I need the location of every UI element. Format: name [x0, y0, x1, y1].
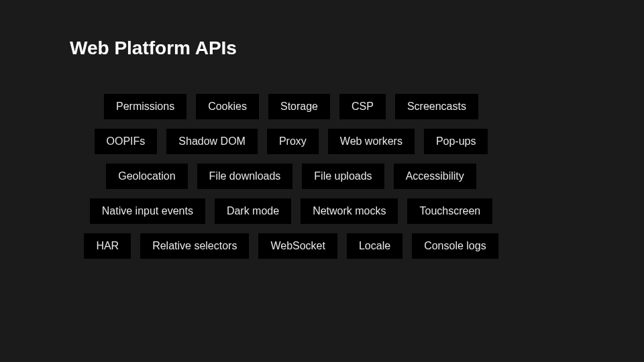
- tag-cookies: Cookies: [196, 94, 259, 119]
- tag-locale: Locale: [347, 233, 402, 259]
- tag-har: HAR: [84, 233, 131, 259]
- tag-native-input-events: Native input events: [90, 198, 205, 224]
- tag-geolocation: Geolocation: [106, 164, 187, 189]
- slide: Web Platform APIs Permissions Cookies St…: [0, 0, 644, 362]
- page-title: Web Platform APIs: [70, 38, 644, 59]
- tag-row: Native input events Dark mode Network mo…: [70, 198, 513, 224]
- tag-pop-ups: Pop-ups: [424, 129, 488, 154]
- tag-storage: Storage: [268, 94, 330, 119]
- tag-touchscreen: Touchscreen: [407, 198, 492, 224]
- tag-web-workers: Web workers: [328, 129, 415, 154]
- tag-network-mocks: Network mocks: [301, 198, 398, 224]
- tag-oopifs: OOPIFs: [95, 129, 158, 154]
- tag-row: Permissions Cookies Storage CSP Screenca…: [70, 94, 513, 119]
- tags-container: Permissions Cookies Storage CSP Screenca…: [70, 94, 513, 259]
- tag-proxy: Proxy: [267, 129, 319, 154]
- tag-dark-mode: Dark mode: [215, 198, 291, 224]
- tag-csp: CSP: [339, 94, 386, 119]
- tag-row: Geolocation File downloads File uploads …: [70, 164, 513, 189]
- tag-file-downloads: File downloads: [197, 164, 293, 189]
- tag-websocket: WebSocket: [258, 233, 337, 259]
- tag-console-logs: Console logs: [412, 233, 498, 259]
- tag-file-uploads: File uploads: [302, 164, 384, 189]
- tag-relative-selectors: Relative selectors: [140, 233, 249, 259]
- tag-accessibility: Accessibility: [394, 164, 476, 189]
- tag-row: OOPIFs Shadow DOM Proxy Web workers Pop-…: [70, 129, 513, 154]
- tag-screencasts: Screencasts: [395, 94, 478, 119]
- tag-row: HAR Relative selectors WebSocket Locale …: [70, 233, 513, 259]
- tag-shadow-dom: Shadow DOM: [166, 129, 258, 154]
- tag-permissions: Permissions: [104, 94, 186, 119]
